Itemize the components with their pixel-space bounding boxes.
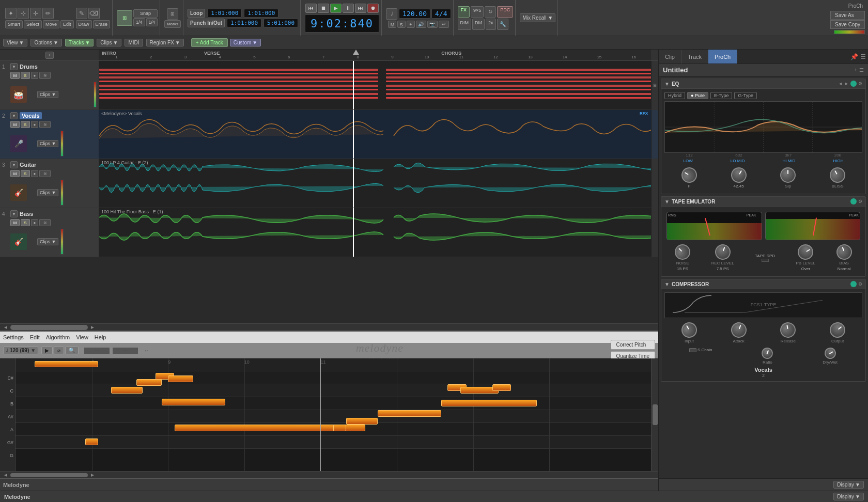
eq-knob-f-ctrl[interactable] bbox=[678, 165, 700, 186]
tape-header[interactable]: ▼ TAPE EMULATOR ⚙ bbox=[661, 197, 865, 207]
note-5[interactable] bbox=[168, 375, 193, 382]
camera-icon[interactable]: 📷 bbox=[427, 21, 438, 28]
pause-btn[interactable]: ⏸ bbox=[343, 4, 354, 13]
move-tool-btn[interactable]: ✛ bbox=[30, 8, 41, 19]
tape-bias-ctrl[interactable] bbox=[834, 242, 854, 262]
track-clips-guitar[interactable]: 100 LP 4 Guitar - E (2) bbox=[99, 159, 651, 208]
comp-header[interactable]: ▼ COMPRESSOR ⚙ bbox=[661, 279, 865, 289]
eq-header[interactable]: ▼ EQ ◄ ► ⚙ bbox=[661, 79, 865, 89]
comp-drywet-ctrl[interactable] bbox=[823, 346, 838, 361]
midi-btn[interactable]: MIDI bbox=[125, 39, 143, 46]
tape-settings-btn[interactable]: ⚙ bbox=[858, 199, 862, 204]
record-btn[interactable]: ⏺ bbox=[367, 4, 379, 13]
bass-arm-icon[interactable]: ● bbox=[31, 219, 38, 226]
bass-solo-btn[interactable]: S bbox=[21, 219, 30, 226]
melodyne-tool-3[interactable]: 🔍 bbox=[65, 347, 79, 354]
melodyne-help-menu[interactable]: Help bbox=[95, 334, 106, 340]
note-2[interactable] bbox=[111, 387, 143, 394]
comp-attack-ctrl[interactable] bbox=[729, 320, 748, 340]
loop-end[interactable]: 1:01:000 bbox=[244, 9, 278, 18]
melodyne-settings-menu[interactable]: Settings bbox=[3, 334, 24, 340]
options-btn[interactable]: Options ▼ bbox=[30, 39, 61, 46]
edit-tool-btn[interactable]: ✏ bbox=[42, 8, 54, 19]
drums-clips-btn[interactable]: Clips ▼ bbox=[37, 91, 58, 98]
punch-start[interactable]: 1:01:000 bbox=[227, 19, 261, 27]
clips-btn-toolbar[interactable]: Clips ▼ bbox=[97, 39, 121, 46]
vocals-fx-icon[interactable]: ≋ bbox=[39, 121, 51, 128]
drums-arm-icon[interactable]: ● bbox=[31, 72, 38, 79]
note-10[interactable] bbox=[378, 410, 441, 417]
vocals-solo-btn[interactable]: S bbox=[21, 121, 30, 128]
track-clips-bass[interactable]: 100 Hit The Floor Bass - E (1) bbox=[99, 208, 651, 257]
panel-menu-btn[interactable]: ☰ bbox=[860, 53, 866, 60]
refresh-icon[interactable]: ↻ bbox=[485, 6, 496, 18]
snap-value1[interactable]: 1/4 bbox=[133, 18, 145, 26]
drums-mute-btn[interactable]: M bbox=[10, 72, 20, 79]
proch-tab[interactable]: ProCh bbox=[708, 50, 737, 64]
eq-knob-sip-ctrl[interactable] bbox=[780, 167, 796, 183]
melodyne-scrollbar[interactable]: ◄ ► bbox=[0, 471, 658, 478]
note-9[interactable] bbox=[346, 418, 378, 425]
track-expand-vocals[interactable]: ▼ bbox=[10, 112, 18, 119]
erase-tool-btn[interactable]: ⌫ bbox=[88, 8, 100, 19]
tool-icon[interactable]: 🔧 bbox=[497, 19, 508, 30]
custom-btn[interactable]: Custom ▼ bbox=[230, 39, 261, 46]
vocals-clips-btn[interactable]: Clips ▼ bbox=[37, 140, 58, 147]
tape-spd-val[interactable] bbox=[762, 259, 769, 262]
2x-btn[interactable]: 2x bbox=[486, 19, 496, 30]
mix-recall-btn[interactable]: Mix Recall ▼ bbox=[520, 13, 555, 22]
snap-btn[interactable]: ⊞ bbox=[117, 10, 132, 26]
rewind-btn[interactable]: ⏮ bbox=[305, 4, 317, 13]
guitar-clips-btn[interactable]: Clips ▼ bbox=[37, 189, 58, 196]
drums-expand-btn[interactable]: ⊞ bbox=[653, 84, 657, 87]
play-btn[interactable]: ▶ bbox=[330, 4, 342, 13]
melodyne-tempo-value[interactable]: 120 (99) bbox=[10, 348, 29, 353]
project-add-btn[interactable]: + bbox=[854, 67, 857, 73]
eq-pure-btn[interactable]: ● Pure bbox=[687, 92, 708, 99]
pdc-btn[interactable]: PDC bbox=[497, 6, 513, 18]
eq-power-btn[interactable] bbox=[850, 81, 857, 87]
playhead-marker[interactable] bbox=[353, 50, 359, 56]
guitar-solo-btn[interactable]: S bbox=[21, 170, 30, 177]
metronome-icon[interactable]: ♩ bbox=[386, 8, 397, 20]
track-name-bass[interactable]: Bass bbox=[20, 211, 33, 217]
track-name-drums[interactable]: Drums bbox=[20, 64, 38, 70]
melodyne-scrollbar-thumb[interactable] bbox=[10, 473, 88, 477]
track-expand-drums[interactable]: ▼ bbox=[10, 63, 18, 70]
note-3[interactable] bbox=[136, 379, 162, 386]
eq-hybrid-btn[interactable]: Hybrid bbox=[664, 92, 685, 99]
save-copy-btn[interactable]: Save Copy bbox=[830, 20, 865, 29]
select-tool-btn[interactable]: ⊹ bbox=[18, 8, 29, 19]
save-as-btn[interactable]: Save As bbox=[830, 11, 865, 20]
correct-pitch-btn[interactable]: Correct Pitch bbox=[611, 340, 655, 350]
collapse-all-icon[interactable]: + bbox=[45, 52, 54, 59]
marks-icon[interactable]: ⊞ bbox=[167, 8, 178, 20]
time-display[interactable]: 9:02:840 bbox=[305, 14, 379, 33]
comp-schain-toggle[interactable] bbox=[689, 348, 696, 352]
s-btn[interactable]: S bbox=[397, 21, 406, 28]
stop-btn[interactable]: ⏹ bbox=[318, 4, 329, 13]
track-clips-drums[interactable] bbox=[99, 61, 651, 109]
guitar-fx-icon[interactable]: ≋ bbox=[39, 170, 51, 177]
melodyne-scroll-left[interactable]: ◄ bbox=[3, 472, 8, 478]
melodyne-footer-btn[interactable]: Melodyne bbox=[4, 494, 30, 500]
bass-clips-btn[interactable]: Clips ▼ bbox=[37, 238, 58, 245]
note-8[interactable] bbox=[333, 425, 346, 431]
melodyne-edit-menu[interactable]: Edit bbox=[30, 334, 40, 340]
eq-gtype-btn[interactable]: G-Type bbox=[734, 92, 757, 99]
comp-release-ctrl[interactable] bbox=[779, 321, 797, 339]
view-btn[interactable]: View ▼ bbox=[3, 39, 27, 46]
eq-etype-btn[interactable]: E-Type bbox=[710, 92, 733, 99]
tape-noise-ctrl[interactable] bbox=[672, 241, 693, 263]
ff-btn[interactable]: ⏭ bbox=[355, 4, 366, 13]
smart-tool-btn[interactable]: ✦ bbox=[5, 8, 17, 19]
note-14[interactable] bbox=[492, 384, 512, 391]
clip-tab[interactable]: Clip bbox=[659, 50, 681, 64]
guitar-mute-btn[interactable]: M bbox=[10, 170, 20, 177]
loop-start[interactable]: 1:01:000 bbox=[207, 9, 242, 18]
tracks-scrollbar[interactable]: ◄ ► bbox=[0, 323, 658, 331]
note-1[interactable] bbox=[35, 361, 98, 367]
tape-power-btn[interactable] bbox=[850, 198, 857, 205]
tape-rec-ctrl[interactable] bbox=[712, 242, 732, 262]
note-6[interactable] bbox=[162, 399, 225, 405]
